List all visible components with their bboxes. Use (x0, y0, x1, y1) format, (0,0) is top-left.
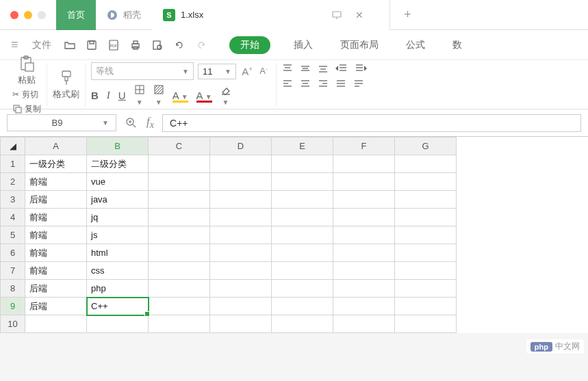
row-header-4[interactable]: 4 (1, 209, 25, 226)
cell-G7[interactable] (395, 262, 457, 280)
menu-page-layout[interactable]: 页面布局 (335, 36, 384, 54)
cell-G4[interactable] (395, 209, 457, 226)
row-header-10[interactable]: 10 (1, 315, 25, 333)
cell-D9[interactable] (210, 298, 272, 315)
bold-button[interactable]: B (91, 90, 99, 101)
redo-icon[interactable] (194, 38, 209, 53)
tab-close-icon[interactable]: ✕ (350, 10, 369, 21)
fill-pattern-button[interactable]: ▼ (153, 84, 164, 107)
cell-G6[interactable] (395, 244, 457, 262)
cell-F7[interactable] (333, 262, 395, 280)
cell-A6[interactable]: 前端 (25, 244, 87, 262)
fx-icon[interactable]: fx (146, 115, 154, 131)
cell-G1[interactable] (395, 155, 457, 173)
undo-icon[interactable] (172, 38, 187, 53)
zoom-icon[interactable] (125, 116, 137, 129)
eraser-button[interactable]: ▼ (220, 84, 231, 107)
font-size-select[interactable]: 11 ▼ (198, 64, 236, 79)
cell-B8[interactable]: php (87, 280, 149, 298)
cell-C4[interactable] (149, 209, 210, 226)
row-header-2[interactable]: 2 (1, 173, 25, 191)
column-header-B[interactable]: B (87, 137, 149, 155)
font-increase-button[interactable]: A+ (240, 66, 254, 77)
cell-F8[interactable] (333, 280, 395, 298)
cell-B3[interactable]: java (87, 191, 149, 209)
column-header-A[interactable]: A (25, 137, 87, 155)
cell-C10[interactable] (149, 315, 210, 333)
cell-C7[interactable] (149, 262, 210, 280)
cell-E6[interactable] (272, 244, 333, 262)
cell-B6[interactable]: html (87, 244, 149, 262)
cell-D5[interactable] (210, 226, 272, 244)
cell-B1[interactable]: 二级分类 (87, 155, 149, 173)
cell-D8[interactable] (210, 280, 272, 298)
cell-C9[interactable] (149, 298, 210, 315)
column-header-C[interactable]: C (149, 137, 210, 155)
cell-B2[interactable]: vue (87, 173, 149, 191)
cell-F2[interactable] (333, 173, 395, 191)
row-header-9[interactable]: 9 (1, 298, 25, 315)
cell-F4[interactable] (333, 209, 395, 226)
cell-B5[interactable]: js (87, 226, 149, 244)
cell-G3[interactable] (395, 191, 457, 209)
font-color-button[interactable]: A▼ (196, 90, 212, 101)
cell-B10[interactable] (87, 315, 149, 333)
window-minimize-button[interactable] (24, 11, 32, 19)
menu-file[interactable]: 文件 (27, 36, 57, 54)
row-header-3[interactable]: 3 (1, 191, 25, 209)
cell-B4[interactable]: jq (87, 209, 149, 226)
menu-insert[interactable]: 插入 (288, 36, 318, 54)
cell-E1[interactable] (272, 155, 333, 173)
menu-formula[interactable]: 公式 (400, 36, 431, 54)
cell-D7[interactable] (210, 262, 272, 280)
cell-F6[interactable] (333, 244, 395, 262)
cell-C1[interactable] (149, 155, 210, 173)
cell-D3[interactable] (210, 191, 272, 209)
cell-A3[interactable]: 后端 (25, 191, 87, 209)
paste-button[interactable]: 粘贴 (18, 55, 36, 86)
window-close-button[interactable] (10, 11, 18, 19)
cell-E2[interactable] (272, 173, 333, 191)
print-preview-icon[interactable] (150, 38, 165, 53)
copy-button[interactable]: 复制 (12, 103, 41, 115)
cell-C5[interactable] (149, 226, 210, 244)
cut-button[interactable]: ✂ 剪切 (12, 89, 41, 101)
column-header-F[interactable]: F (333, 137, 395, 155)
format-brush-button[interactable]: 格式刷 (53, 69, 79, 101)
export-pdf-icon[interactable]: PDF (106, 38, 121, 53)
window-maximize-button[interactable] (38, 11, 46, 19)
cell-A2[interactable]: 前端 (25, 173, 87, 191)
cell-G5[interactable] (395, 226, 457, 244)
column-header-D[interactable]: D (210, 137, 272, 155)
cell-A5[interactable]: 前端 (25, 226, 87, 244)
row-header-6[interactable]: 6 (1, 244, 25, 262)
menu-data[interactable]: 数 (447, 36, 468, 54)
cell-A4[interactable]: 前端 (25, 209, 87, 226)
formula-input[interactable]: C++ (162, 114, 581, 132)
column-header-E[interactable]: E (272, 137, 333, 155)
row-header-5[interactable]: 5 (1, 226, 25, 244)
cell-A1[interactable]: 一级分类 (25, 155, 87, 173)
tab-home[interactable]: 首页 (56, 0, 96, 30)
cell-C6[interactable] (149, 244, 210, 262)
hamburger-icon[interactable]: ≡ (8, 38, 21, 52)
highlight-button[interactable]: A▼ (172, 90, 188, 101)
cell-G2[interactable] (395, 173, 457, 191)
cell-D1[interactable] (210, 155, 272, 173)
tab-daoke[interactable]: 稻壳 (96, 0, 152, 30)
font-name-select[interactable]: 等线 ▼ (91, 62, 194, 80)
print-icon[interactable] (128, 38, 143, 53)
open-icon[interactable] (62, 38, 77, 53)
cell-E7[interactable] (272, 262, 333, 280)
align-center-button[interactable] (300, 78, 311, 89)
cell-F9[interactable] (333, 298, 395, 315)
border-button[interactable]: ▼ (134, 84, 145, 107)
align-top-button[interactable] (282, 63, 293, 74)
align-middle-button[interactable] (300, 63, 311, 74)
new-tab-button[interactable]: + (390, 8, 425, 22)
presentation-icon[interactable] (332, 10, 342, 20)
cell-D4[interactable] (210, 209, 272, 226)
italic-button[interactable]: I (107, 90, 110, 101)
cell-E3[interactable] (272, 191, 333, 209)
cell-A7[interactable]: 前端 (25, 262, 87, 280)
